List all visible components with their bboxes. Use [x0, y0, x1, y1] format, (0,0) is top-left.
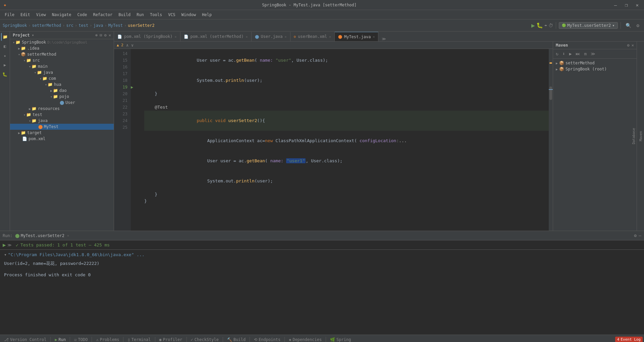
tool-spring[interactable]: 🌿 Spring: [327, 337, 354, 342]
tree-item-src[interactable]: ▾ 📁 src: [10, 57, 114, 63]
menu-vcs[interactable]: VCS: [165, 11, 178, 18]
panel-gear-btn[interactable]: ⚙: [104, 33, 107, 38]
menu-tools[interactable]: Tools: [147, 11, 165, 18]
tool-profiler[interactable]: ◉ Profiler: [157, 337, 185, 342]
menu-refactor[interactable]: Refactor: [90, 11, 115, 18]
tree-item-target[interactable]: ▶ 📁 target: [10, 130, 114, 136]
run-tab-close[interactable]: ✕: [67, 234, 69, 237]
tree-item-pojo[interactable]: ▾ 📁 pojo: [10, 94, 114, 100]
run-tab-active[interactable]: ⬤ MyTest.userSetter2 ✕: [15, 233, 69, 238]
run-expand-btn[interactable]: ≫: [7, 243, 12, 247]
run-config-selector[interactable]: 🟢 MyTest.userSetter2 ▾: [559, 22, 618, 29]
tool-run[interactable]: ▶ Run: [52, 337, 68, 342]
tree-expand-src[interactable]: ▾: [23, 59, 25, 62]
tree-expand-java-main[interactable]: ▾: [34, 71, 36, 74]
panel-locate-btn[interactable]: ⊕: [95, 33, 98, 38]
menu-view[interactable]: View: [34, 11, 49, 18]
debug-button[interactable]: 🐛: [536, 22, 543, 28]
breadcrumb-settermethod[interactable]: setterMethod: [32, 23, 61, 28]
breadcrumb-src[interactable]: src: [66, 23, 73, 28]
tree-item-mytest[interactable]: ⬤ MyTest: [10, 124, 114, 130]
menu-edit[interactable]: Edit: [18, 11, 33, 18]
maven-item-springbook[interactable]: ▶ 📦 SpringBook (root): [553, 66, 637, 72]
code-content[interactable]: User user = ac.getBean( name: "user", Us…: [139, 49, 549, 231]
tree-item-settermethod[interactable]: ▾ 📦 setterMethod: [10, 51, 114, 57]
tab-pom-settermethod[interactable]: 📄 pom.xml (setterMethod) ✕: [180, 32, 252, 41]
tree-item-hua[interactable]: ▾ 📁 hua: [10, 81, 114, 88]
output-collapse-btn[interactable]: ▾: [4, 251, 7, 259]
activity-project[interactable]: 📁: [1, 33, 9, 41]
tree-item-main[interactable]: ▾ 📁 main: [10, 63, 114, 69]
tab-overflow-button[interactable]: ≫: [380, 37, 388, 41]
activity-run[interactable]: ▶: [1, 61, 9, 69]
breadcrumb-test[interactable]: test: [78, 23, 88, 28]
minimize-button[interactable]: —: [612, 2, 619, 8]
maven-expand-btn[interactable]: ≫: [589, 51, 597, 57]
maven-refresh-btn[interactable]: ↻: [554, 51, 560, 57]
side-tab-maven[interactable]: Maven: [638, 43, 644, 229]
tree-item-dao[interactable]: ▶ 📁 dao: [10, 88, 114, 94]
tool-endpoints[interactable]: ⟲ Endpoints: [251, 337, 283, 342]
menu-window[interactable]: Window: [179, 11, 199, 18]
tool-problems[interactable]: ⚠ Problems: [93, 337, 122, 342]
tree-expand-settermethod[interactable]: ▾: [18, 53, 20, 56]
tool-terminal[interactable]: ▯ Terminal: [125, 337, 153, 342]
tree-expand-idea[interactable]: ▶: [18, 47, 20, 50]
menu-build[interactable]: Build: [116, 11, 133, 18]
tab-userbean-xml-close[interactable]: ✕: [329, 35, 331, 39]
coverage-button[interactable]: ☂: [544, 23, 547, 28]
panel-collapse-btn[interactable]: ⊟: [100, 33, 102, 38]
breadcrumb-mytest[interactable]: MyTest: [108, 23, 123, 28]
menu-code[interactable]: Code: [75, 11, 90, 18]
activity-structure[interactable]: ◧: [1, 42, 9, 50]
menu-run[interactable]: Run: [134, 11, 147, 18]
tab-pom-springbook[interactable]: 📄 pom.xml (SpringBook) ✕: [114, 32, 180, 41]
run-output[interactable]: ▾ "C:\Program Files\Java\jdk1.8.0_66\bin…: [0, 250, 644, 335]
tree-expand-test[interactable]: ▾: [23, 113, 25, 117]
maven-expand-springbook[interactable]: ▶: [556, 67, 558, 71]
editor-scrollbar[interactable]: [549, 49, 553, 231]
tool-version-control[interactable]: ⎇ Version Control: [1, 337, 49, 342]
breadcrumb-java[interactable]: java: [93, 23, 103, 28]
run-button[interactable]: ▶: [531, 22, 535, 29]
close-button[interactable]: ✕: [634, 2, 641, 8]
maven-item-settermethod[interactable]: ▶ 📦 setterMethod: [553, 60, 637, 66]
tree-item-resources[interactable]: ▶ 📁 resources: [10, 106, 114, 112]
run-panel-settings-btn[interactable]: ⚙: [634, 233, 637, 238]
breadcrumb-springbook[interactable]: SpringBook: [3, 23, 27, 28]
tree-item-java-test[interactable]: ▾ 📁 java: [10, 118, 114, 124]
project-dropdown-icon[interactable]: ▾: [32, 33, 34, 38]
gutter-19[interactable]: ▶: [131, 84, 139, 91]
panel-close-btn[interactable]: ✕: [109, 33, 111, 38]
tab-pom-settermethod-close[interactable]: ✕: [246, 35, 248, 39]
breadcrumb-usersetter2[interactable]: userSetter2: [128, 23, 154, 28]
tree-expand-springbook[interactable]: ▾: [13, 41, 15, 44]
tool-dependencies[interactable]: ◈ Dependencies: [286, 337, 324, 342]
activity-favorites[interactable]: ★: [1, 52, 9, 60]
tab-userbean-xml[interactable]: ⚙ userBean.xml ✕: [290, 32, 335, 41]
tree-item-test[interactable]: ▾ 📁 test: [10, 112, 114, 118]
tree-expand-pojo[interactable]: ▾: [50, 95, 52, 99]
tree-item-java-main[interactable]: ▾ 📁 java: [10, 69, 114, 75]
search-everywhere-button[interactable]: 🔍: [624, 22, 633, 29]
tree-expand-dao[interactable]: ▶: [50, 89, 52, 93]
tab-user-java[interactable]: ⬤ User.java ✕: [252, 32, 290, 41]
error-nav-down[interactable]: ∨: [131, 43, 133, 48]
maven-download-btn[interactable]: ⬇: [561, 51, 567, 57]
menu-navigate[interactable]: Navigate: [49, 11, 74, 18]
tree-item-springbook[interactable]: ▾ 📁 SpringBook D:\code\SpringBool: [10, 39, 114, 45]
tool-build[interactable]: 🔨 Build: [224, 337, 248, 342]
maven-expand-settermethod[interactable]: ▶: [556, 61, 558, 65]
tree-expand-hua[interactable]: ▾: [45, 83, 47, 87]
side-tab-database[interactable]: Database: [631, 43, 637, 229]
tab-user-java-close[interactable]: ✕: [285, 35, 287, 39]
run-restart-btn[interactable]: ▶: [3, 242, 6, 248]
tree-expand-main[interactable]: ▾: [29, 65, 31, 68]
tab-mytest-java-close[interactable]: ✕: [373, 35, 375, 39]
tab-mytest-java[interactable]: ⬤ MyTest.java ✕: [335, 32, 379, 41]
tree-expand-target[interactable]: ▶: [18, 131, 20, 135]
activity-debug[interactable]: 🐛: [1, 70, 9, 78]
tree-expand-java-test[interactable]: ▾: [29, 119, 31, 123]
maven-skip-btn[interactable]: ⏭: [574, 51, 581, 57]
error-nav-up[interactable]: ∧: [126, 43, 128, 48]
